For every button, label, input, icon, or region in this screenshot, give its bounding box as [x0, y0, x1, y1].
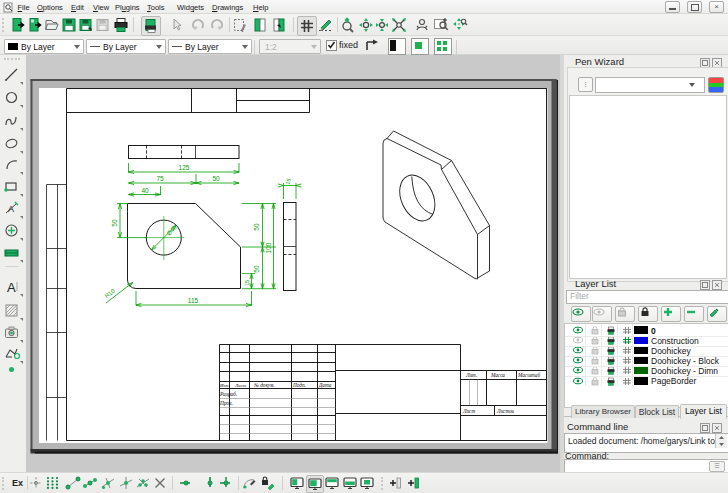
- svg-text:Листов: Листов: [496, 408, 515, 414]
- svg-text:Пров.: Пров.: [219, 400, 233, 406]
- svg-text:50: 50: [212, 175, 220, 182]
- svg-text:50: 50: [111, 219, 118, 227]
- svg-text:50: 50: [253, 223, 260, 231]
- svg-text:Масштаб: Масштаб: [517, 372, 540, 378]
- svg-text:Подп.: Подп.: [292, 382, 306, 388]
- svg-text:Лист: Лист: [234, 383, 247, 388]
- svg-text:15: 15: [244, 280, 250, 286]
- svg-text:A: A: [7, 280, 16, 295]
- svg-text:115: 115: [188, 297, 199, 304]
- svg-text:A: A: [8, 204, 14, 214]
- svg-text:Масса: Масса: [490, 372, 505, 378]
- svg-text:75: 75: [156, 175, 164, 182]
- svg-text:40: 40: [141, 187, 149, 194]
- svg-text:125: 125: [179, 164, 190, 171]
- svg-text:Разраб.: Разраб.: [219, 391, 237, 397]
- svg-text:50: 50: [253, 265, 260, 273]
- svg-text:№ докум.: № докум.: [253, 382, 275, 388]
- svg-text:Лит.: Лит.: [465, 372, 477, 378]
- svg-text:Изм.: Изм.: [219, 383, 229, 388]
- svg-text:Дата: Дата: [318, 382, 332, 388]
- svg-text:100: 100: [265, 242, 272, 253]
- svg-text:Лист: Лист: [462, 408, 475, 414]
